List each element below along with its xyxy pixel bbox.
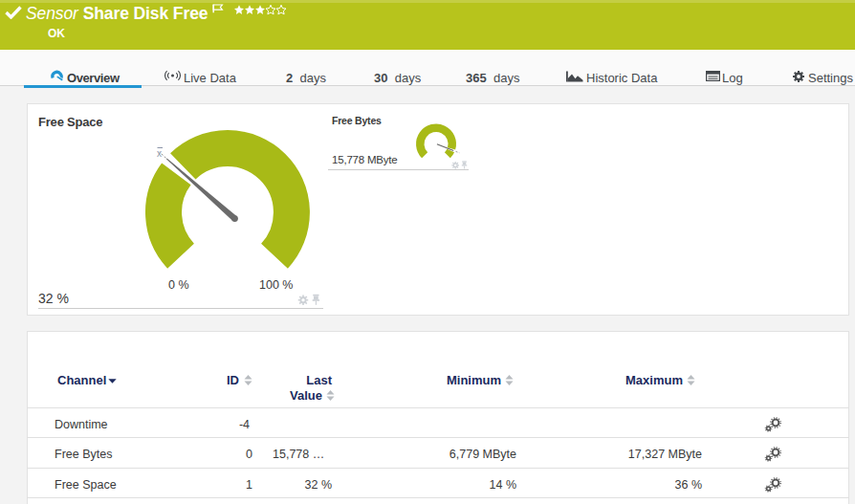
- svg-text:x: x: [157, 148, 162, 159]
